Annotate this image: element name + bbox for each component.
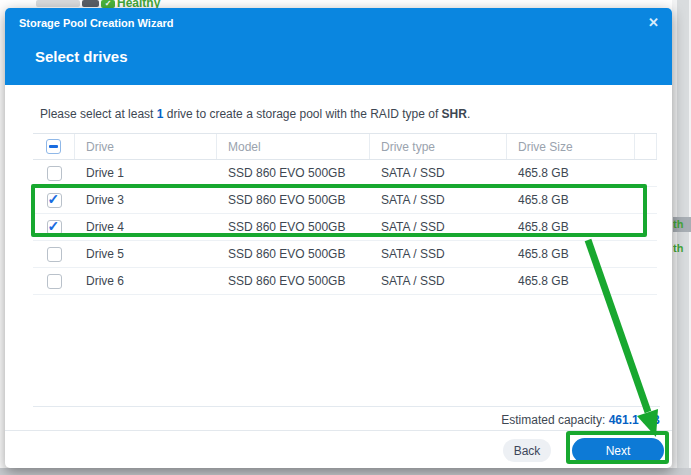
back-button[interactable]: Back	[503, 439, 551, 462]
estimated-capacity: Estimated capacity: 461.1 GB	[33, 406, 660, 430]
drive-checkbox[interactable]: ✓	[47, 274, 62, 289]
close-icon[interactable]: ✕	[648, 16, 659, 30]
column-header-spacer	[635, 134, 657, 159]
column-header-drive-type[interactable]: Drive type	[370, 134, 507, 159]
instruction-part1: Please select at least	[40, 107, 157, 121]
drive-model: SSD 860 EVO 500GB	[217, 166, 370, 180]
drive-checkbox[interactable]: ✓	[47, 220, 62, 235]
drive-name: Drive 1	[75, 166, 217, 180]
table-row-drive-3[interactable]: ✓ Drive 3 SSD 860 EVO 500GB SATA / SSD 4…	[33, 187, 657, 214]
dialog-footer: Back Next	[5, 430, 672, 468]
instruction-part3: .	[467, 107, 470, 121]
dialog-title: Storage Pool Creation Wizard	[19, 17, 174, 29]
drive-type: SATA / SSD	[370, 247, 507, 261]
background-healthy-fragment-1: th	[673, 217, 691, 232]
background-drive-bay-fragment	[36, 0, 80, 7]
drive-type: SATA / SSD	[370, 193, 507, 207]
table-row-drive-5[interactable]: ✓ Drive 5 SSD 860 EVO 500GB SATA / SSD 4…	[33, 241, 657, 268]
table-row-drive-4[interactable]: ✓ Drive 4 SSD 860 EVO 500GB SATA / SSD 4…	[33, 214, 657, 241]
table-row-drive-6[interactable]: ✓ Drive 6 SSD 860 EVO 500GB SATA / SSD 4…	[33, 268, 657, 295]
background-bottom-edge	[0, 468, 691, 475]
estimated-capacity-label: Estimated capacity:	[501, 413, 608, 427]
background-scrollbar-band	[677, 0, 689, 475]
drive-model: SSD 860 EVO 500GB	[217, 193, 370, 207]
drive-model: SSD 860 EVO 500GB	[217, 274, 370, 288]
column-header-drive-size[interactable]: Drive Size	[507, 134, 635, 159]
drive-model: SSD 860 EVO 500GB	[217, 247, 370, 261]
drive-name: Drive 5	[75, 247, 217, 261]
select-all-cell	[33, 134, 75, 159]
table-row-drive-1[interactable]: ✓ Drive 1 SSD 860 EVO 500GB SATA / SSD 4…	[33, 160, 657, 187]
background-drive-icon-fragment	[82, 0, 99, 7]
dialog-header: Storage Pool Creation Wizard ✕ Select dr…	[5, 8, 672, 85]
drive-size: 465.8 GB	[507, 274, 635, 288]
healthy-check-icon: ✓	[101, 0, 115, 8]
estimated-capacity-value: 461.1 GB	[609, 413, 660, 427]
drive-checkbox[interactable]: ✓	[47, 247, 62, 262]
column-header-drive[interactable]: Drive	[75, 134, 217, 159]
drive-model: SSD 860 EVO 500GB	[217, 220, 370, 234]
drive-size: 465.8 GB	[507, 220, 635, 234]
instruction-part2: drive to create a storage pool with the …	[163, 107, 441, 121]
next-button[interactable]: Next	[572, 438, 664, 463]
drive-size: 465.8 GB	[507, 166, 635, 180]
instruction-text: Please select at least 1 drive to create…	[40, 107, 470, 121]
storage-pool-wizard-dialog: Storage Pool Creation Wizard ✕ Select dr…	[5, 8, 672, 468]
drive-name: Drive 3	[75, 193, 217, 207]
drive-table: Drive Model Drive type Drive Size ✓ Driv…	[33, 133, 657, 295]
drive-type: SATA / SSD	[370, 166, 507, 180]
drive-size: 465.8 GB	[507, 193, 635, 207]
drive-name: Drive 6	[75, 274, 217, 288]
check-icon: ✓	[48, 193, 60, 207]
background-healthy-fragment-2: th	[673, 241, 691, 255]
select-all-checkbox[interactable]	[46, 139, 61, 154]
raid-type: SHR	[442, 107, 467, 121]
drive-name: Drive 4	[75, 220, 217, 234]
drive-type: SATA / SSD	[370, 220, 507, 234]
drive-checkbox[interactable]: ✓	[47, 193, 62, 208]
check-icon: ✓	[48, 220, 60, 234]
wizard-step-heading: Select drives	[35, 48, 128, 65]
table-header-row: Drive Model Drive type Drive Size	[33, 133, 657, 160]
column-header-model[interactable]: Model	[217, 134, 370, 159]
drive-size: 465.8 GB	[507, 247, 635, 261]
drive-type: SATA / SSD	[370, 274, 507, 288]
drive-checkbox[interactable]: ✓	[47, 166, 62, 181]
